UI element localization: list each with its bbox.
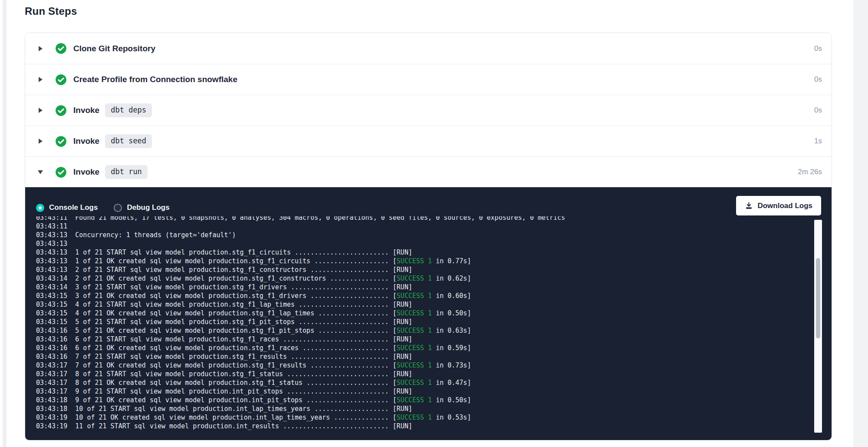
log-line: 03:43:18 10 of 21 START sql view model p… — [36, 404, 788, 413]
log-line: 03:43:13 Concurrency: 1 threads (target=… — [36, 231, 788, 239]
log-line: 03:43:18 9 of 21 OK created sql view mod… — [36, 396, 788, 404]
radio-debug-logs-label: Debug Logs — [127, 203, 169, 212]
download-logs-label: Download Logs — [757, 202, 812, 210]
run-steps-card: Clone Git Repository 0s Create Profile f… — [25, 33, 832, 440]
expand-chevron-icon[interactable] — [37, 76, 44, 83]
log-line: 03:43:14 2 of 21 OK created sql view mod… — [36, 274, 788, 283]
page-left-gutter — [3, 0, 7, 447]
log-line: 03:43:17 8 of 21 START sql view model pr… — [36, 370, 788, 378]
step-duration: 0s — [814, 106, 822, 115]
radio-debug-logs[interactable]: Debug Logs — [114, 203, 169, 212]
success-check-icon — [55, 166, 67, 178]
success-check-icon — [55, 43, 67, 54]
step-row[interactable]: Invoke dbt deps 0s — [25, 95, 832, 126]
page-scrollbar-gutter[interactable] — [853, 0, 868, 447]
step-row[interactable]: Clone Git Repository 0s — [25, 33, 832, 64]
step-label: Invoke — [73, 106, 99, 115]
log-scrollbar[interactable] — [814, 220, 822, 433]
step-command-pill: dbt run — [105, 165, 148, 179]
log-line: 03:43:13 2 of 21 START sql view model pr… — [36, 265, 788, 274]
expand-chevron-icon[interactable] — [37, 107, 44, 114]
step-label: Clone Git Repository — [73, 44, 155, 53]
step-label: Invoke — [73, 167, 99, 177]
step-command-pill: dbt seed — [105, 134, 152, 148]
log-line: 03:43:13 — [36, 239, 788, 248]
log-line: 03:43:15 4 of 21 START sql view model pr… — [36, 300, 788, 309]
radio-selected-icon[interactable] — [36, 204, 44, 212]
expand-chevron-icon[interactable] — [37, 138, 44, 145]
success-check-icon — [55, 74, 67, 86]
success-check-icon — [55, 105, 67, 116]
step-duration: 1s — [814, 137, 822, 146]
log-line: 03:43:15 5 of 21 START sql view model pr… — [36, 318, 788, 326]
download-logs-button[interactable]: Download Logs — [736, 196, 821, 215]
radio-console-logs[interactable]: Console Logs — [36, 203, 98, 212]
steps-list: Clone Git Repository 0s Create Profile f… — [25, 33, 832, 187]
step-row[interactable]: Invoke dbt seed 1s — [25, 126, 832, 156]
log-line: 03:43:17 9 of 21 START sql view model pr… — [36, 387, 788, 396]
radio-console-logs-label: Console Logs — [49, 203, 98, 212]
log-line: 03:43:11 Found 21 models, 17 tests, 0 sn… — [36, 216, 788, 222]
log-line: 03:43:16 5 of 21 OK created sql view mod… — [36, 326, 788, 335]
step-duration: 0s — [814, 75, 822, 84]
log-line: 03:43:19 11 of 21 START sql view model p… — [36, 422, 788, 430]
step-label: Invoke — [73, 136, 99, 146]
log-line: 03:43:16 7 of 21 START sql view model pr… — [36, 352, 788, 361]
log-line: 03:43:15 3 of 21 OK created sql view mod… — [36, 291, 788, 300]
log-line: 03:43:14 3 of 21 START sql view model pr… — [36, 283, 788, 291]
log-line: 03:43:17 7 of 21 OK created sql view mod… — [36, 361, 788, 370]
log-output: 03:43:11 Found 21 models, 17 tests, 0 sn… — [36, 216, 788, 434]
log-line: 03:43:19 10 of 21 OK created sql view mo… — [36, 413, 788, 422]
log-line: 03:43:16 6 of 21 OK created sql view mod… — [36, 344, 788, 352]
log-line: 03:43:13 1 of 21 OK created sql view mod… — [36, 257, 788, 265]
step-label: Create Profile from Connection snowflake — [73, 75, 237, 84]
step-command-pill: dbt deps — [105, 103, 152, 117]
log-line: 03:43:17 8 of 21 OK created sql view mod… — [36, 378, 788, 387]
log-scrollbar-thumb[interactable] — [816, 258, 820, 338]
step-row[interactable]: Create Profile from Connection snowflake… — [25, 64, 832, 95]
console-logs-panel: Console Logs Debug Logs Download Logs 03… — [25, 187, 832, 440]
step-row[interactable]: Invoke dbt run 2m 26s — [25, 156, 832, 187]
log-line: 03:43:15 4 of 21 OK created sql view mod… — [36, 309, 788, 318]
step-duration: 2m 26s — [798, 168, 822, 176]
log-line: 03:43:16 6 of 21 START sql view model pr… — [36, 335, 788, 344]
step-duration: 0s — [814, 44, 822, 53]
expand-chevron-icon[interactable] — [37, 169, 44, 175]
log-line: 03:43:11 — [36, 222, 788, 231]
expand-chevron-icon[interactable] — [37, 45, 44, 52]
success-check-icon — [55, 136, 67, 147]
download-icon — [745, 202, 753, 210]
log-line: 03:43:13 1 of 21 START sql view model pr… — [36, 248, 788, 257]
page-title: Run Steps — [25, 5, 77, 17]
log-tabs: Console Logs Debug Logs — [36, 202, 170, 213]
radio-unselected-icon[interactable] — [114, 204, 122, 212]
